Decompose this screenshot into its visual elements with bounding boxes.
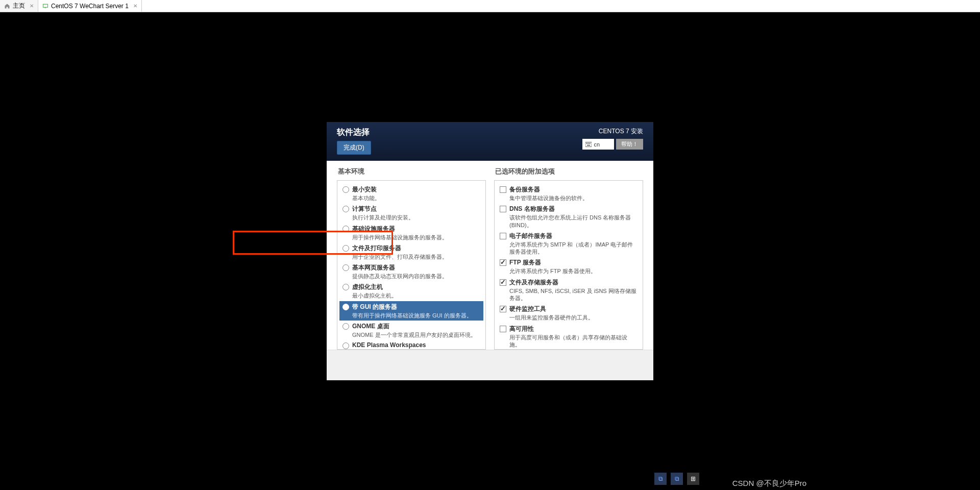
addon-option[interactable]: 文件及存储服务器CIFS, SMB, NFS, iSCSI, iSER 及 iS… xyxy=(497,277,641,304)
close-icon[interactable]: ✕ xyxy=(133,3,137,9)
svg-rect-4 xyxy=(587,143,589,144)
addon-title: 高可用性 xyxy=(509,325,638,333)
keyboard-icon xyxy=(585,142,592,147)
addon-option[interactable]: 备份服务器集中管理基础设施备份的软件。 xyxy=(497,184,641,203)
option-title: 计算节点 xyxy=(352,205,480,213)
addon-option[interactable]: FTP 服务器允许将系统作为 FTP 服务器使用。 xyxy=(497,257,641,276)
option-description: 带有用于操作网络基础设施服务 GUI 的服务器。 xyxy=(352,312,480,319)
addons-column: 已选环境的附加选项 备份服务器集中管理基础设施备份的软件。DNS 名称服务器该软… xyxy=(494,167,643,350)
radio-icon xyxy=(342,323,349,330)
option-title: 最小安装 xyxy=(352,185,480,194)
environment-option[interactable]: 带 GUI 的服务器带有用于操作网络基础设施服务 GUI 的服务器。 xyxy=(339,301,483,321)
environment-option[interactable]: 基本网页服务器提供静态及动态互联网内容的服务器。 xyxy=(339,262,483,281)
section-title-right: 已选环境的附加选项 xyxy=(494,167,643,176)
checkbox-icon xyxy=(500,306,506,312)
svg-rect-0 xyxy=(43,4,48,7)
option-title: 基本网页服务器 xyxy=(352,263,480,272)
option-title: GNOME 桌面 xyxy=(352,322,480,331)
addon-option[interactable]: 硬件监控工具一组用来监控服务器硬件的工具。 xyxy=(497,303,641,323)
checkbox-icon xyxy=(500,259,506,266)
svg-rect-2 xyxy=(585,142,592,146)
help-button[interactable]: 帮助！ xyxy=(616,139,643,150)
option-description: 执行计算及处理的安装。 xyxy=(352,214,480,221)
tab-vm-label: CentOS 7 WeChart Server 1 xyxy=(51,3,129,10)
addon-description: 该软件包组允许您在系统上运行 DNS 名称服务器(BIND)。 xyxy=(509,214,638,229)
addon-title: 硬件监控工具 xyxy=(509,305,638,313)
addon-title: 文件及存储服务器 xyxy=(509,278,638,287)
taskbar-app-icon-2[interactable]: ⧉ xyxy=(671,473,683,485)
svg-rect-7 xyxy=(587,144,590,145)
vm-viewport: 软件选择 完成(D) CENTOS 7 安装 cn 帮助！ 基本环境 最小安装基… xyxy=(0,12,980,490)
addons-list[interactable]: 备份服务器集中管理基础设施备份的软件。DNS 名称服务器该软件包组允许您在系统上… xyxy=(494,180,643,350)
option-description: 提供静态及动态互联网内容的服务器。 xyxy=(352,273,480,280)
addon-title: FTP 服务器 xyxy=(509,258,638,267)
checkbox-icon xyxy=(500,206,506,212)
option-title: 虚拟化主机 xyxy=(352,283,480,291)
radio-icon xyxy=(342,342,349,349)
section-title-left: 基本环境 xyxy=(337,167,486,176)
option-description: 最小虚拟化主机。 xyxy=(352,292,480,299)
home-icon xyxy=(4,3,10,9)
checkbox-icon xyxy=(500,233,506,239)
tab-vm[interactable]: CentOS 7 WeChart Server 1 ✕ xyxy=(38,0,142,12)
page-title: 软件选择 xyxy=(337,127,371,138)
radio-icon xyxy=(342,186,349,193)
tab-home-label: 主页 xyxy=(13,2,25,10)
checkbox-icon xyxy=(500,186,506,193)
monitor-icon xyxy=(42,3,48,9)
addon-description: 一组用来监控服务器硬件的工具。 xyxy=(509,314,638,321)
addon-description: 允许将系统作为 SMTP 和（或者）IMAP 电子邮件服务器使用。 xyxy=(509,241,638,256)
option-description: KDE Plasma Workspaces 是一个高度可配置图形用户界面，其中包… xyxy=(352,349,480,350)
installer-footer xyxy=(327,350,653,380)
addon-option[interactable]: 电子邮件服务器允许将系统作为 SMTP 和（或者）IMAP 电子邮件服务器使用。 xyxy=(497,230,641,257)
addon-option[interactable]: 高可用性用于高度可用服务和（或者）共享存储的基础设施。 xyxy=(497,323,641,350)
option-title: 基础设施服务器 xyxy=(352,225,480,233)
environment-option[interactable]: 基础设施服务器用于操作网络基础设施服务的服务器。 xyxy=(339,223,483,242)
svg-rect-1 xyxy=(45,8,46,8)
option-title: KDE Plasma Workspaces xyxy=(352,341,480,349)
environment-option[interactable]: KDE Plasma WorkspacesKDE Plasma Workspac… xyxy=(339,340,483,350)
base-environment-column: 基本环境 最小安装基本功能。计算节点执行计算及处理的安装。基础设施服务器用于操作… xyxy=(337,167,486,350)
keyboard-layout-selector[interactable]: cn xyxy=(582,139,614,150)
tab-home[interactable]: 主页 ✕ xyxy=(0,0,38,12)
done-button[interactable]: 完成(D) xyxy=(337,141,371,155)
taskbar-app-icon-3[interactable]: ⊞ xyxy=(687,473,699,485)
installer-header: 软件选择 完成(D) CENTOS 7 安装 cn 帮助！ xyxy=(327,122,653,161)
option-description: 基本功能。 xyxy=(352,194,480,202)
taskbar-app-icon-1[interactable]: ⧉ xyxy=(654,473,667,485)
addon-title: 备份服务器 xyxy=(509,185,638,194)
addon-description: 用于高度可用服务和（或者）共享存储的基础设施。 xyxy=(509,334,638,349)
option-title: 带 GUI 的服务器 xyxy=(352,303,480,311)
radio-icon xyxy=(342,245,349,252)
addon-description: CIFS, SMB, NFS, iSCSI, iSER 及 iSNS 网络存储服… xyxy=(509,287,638,302)
svg-rect-3 xyxy=(586,143,587,144)
addon-title: 电子邮件服务器 xyxy=(509,232,638,240)
addon-description: 允许将系统作为 FTP 服务器使用。 xyxy=(509,267,638,275)
vm-tab-bar: 主页 ✕ CentOS 7 WeChart Server 1 ✕ xyxy=(0,0,980,12)
environment-option[interactable]: 计算节点执行计算及处理的安装。 xyxy=(339,203,483,223)
host-taskbar-icons: ⧉ ⧉ ⊞ xyxy=(654,473,699,485)
addon-description: 集中管理基础设施备份的软件。 xyxy=(509,194,638,202)
checkbox-icon xyxy=(500,279,506,286)
option-title: 文件及打印服务器 xyxy=(352,244,480,253)
environment-list[interactable]: 最小安装基本功能。计算节点执行计算及处理的安装。基础设施服务器用于操作网络基础设… xyxy=(337,180,486,350)
radio-icon xyxy=(342,206,349,212)
option-description: 用于企业的文件、打印及存储服务器。 xyxy=(352,253,480,260)
addon-title: DNS 名称服务器 xyxy=(509,205,638,213)
watermark-text: CSDN @不良少年Pro xyxy=(732,479,806,488)
environment-option[interactable]: 虚拟化主机最小虚拟化主机。 xyxy=(339,281,483,301)
svg-rect-6 xyxy=(590,143,591,144)
environment-option[interactable]: 文件及打印服务器用于企业的文件、打印及存储服务器。 xyxy=(339,242,483,262)
environment-option[interactable]: GNOME 桌面GNOME 是一个非常直观且用户友好的桌面环境。 xyxy=(339,321,483,340)
svg-rect-5 xyxy=(589,143,590,144)
header-subtitle: CENTOS 7 安装 xyxy=(582,127,643,136)
radio-icon xyxy=(342,304,349,310)
checkbox-icon xyxy=(500,326,506,332)
installer-window: 软件选择 完成(D) CENTOS 7 安装 cn 帮助！ 基本环境 最小安装基… xyxy=(327,122,653,380)
addon-option[interactable]: DNS 名称服务器该软件包组允许您在系统上运行 DNS 名称服务器(BIND)。 xyxy=(497,203,641,230)
radio-icon xyxy=(342,284,349,290)
option-description: GNOME 是一个非常直观且用户友好的桌面环境。 xyxy=(352,331,480,338)
option-description: 用于操作网络基础设施服务的服务器。 xyxy=(352,234,480,241)
close-icon[interactable]: ✕ xyxy=(30,3,34,9)
environment-option[interactable]: 最小安装基本功能。 xyxy=(339,184,483,203)
